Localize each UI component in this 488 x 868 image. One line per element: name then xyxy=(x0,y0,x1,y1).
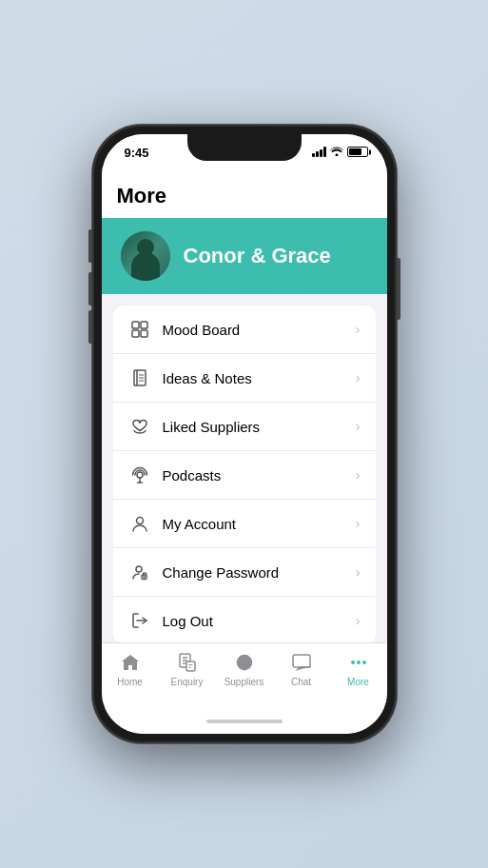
menu-item-my-account[interactable]: My Account › xyxy=(113,500,376,548)
svg-rect-26 xyxy=(293,655,310,667)
menu-item-change-password[interactable]: Change Password › xyxy=(113,548,376,597)
svg-rect-1 xyxy=(141,322,147,328)
home-icon xyxy=(119,651,142,674)
tab-suppliers[interactable]: Suppliers xyxy=(216,651,273,687)
profile-name: Conor & Grace xyxy=(184,244,331,268)
wifi-icon xyxy=(330,146,343,158)
more-tab-label: More xyxy=(347,677,369,687)
page-title: More xyxy=(117,184,372,208)
menu-item-liked-suppliers[interactable]: Liked Suppliers › xyxy=(113,403,376,451)
chevron-icon: › xyxy=(356,467,361,483)
more-dots-icon xyxy=(347,651,370,674)
menu-item-podcasts[interactable]: Podcasts › xyxy=(113,451,376,500)
svg-point-9 xyxy=(137,472,143,478)
heart-hand-icon xyxy=(128,415,151,438)
suppliers-tab-label: Suppliers xyxy=(224,677,264,687)
svg-rect-3 xyxy=(141,330,147,337)
log-out-label: Log Out xyxy=(163,613,356,629)
svg-point-13 xyxy=(136,566,142,572)
tab-home[interactable]: Home xyxy=(102,651,159,687)
phone-frame: 9:45 More xyxy=(92,125,397,743)
podcast-icon xyxy=(128,464,151,486)
menu-item-mood-board[interactable]: Mood Board › xyxy=(113,306,376,354)
svg-point-15 xyxy=(144,577,145,578)
svg-rect-21 xyxy=(186,661,195,671)
suppliers-icon xyxy=(233,651,256,674)
home-indicator xyxy=(102,709,387,734)
svg-rect-0 xyxy=(132,322,139,328)
page-header: More xyxy=(102,176,387,218)
phone-screen: 9:45 More xyxy=(102,134,387,734)
logout-icon xyxy=(128,609,151,632)
battery-icon xyxy=(347,147,368,157)
notebook-icon xyxy=(128,366,151,389)
chevron-icon: › xyxy=(356,516,361,531)
chat-icon xyxy=(290,651,313,674)
enquiry-tab-label: Enquiry xyxy=(171,677,204,687)
ideas-notes-label: Ideas & Notes xyxy=(163,370,356,386)
person-lock-icon xyxy=(128,561,151,583)
status-icons xyxy=(312,146,368,158)
svg-point-12 xyxy=(136,518,143,524)
liked-suppliers-label: Liked Suppliers xyxy=(163,419,356,435)
avatar-image xyxy=(121,231,170,281)
grid-icon xyxy=(128,318,151,341)
chevron-icon: › xyxy=(356,419,361,434)
content-area: Conor & Grace Mood Board › xyxy=(102,218,387,642)
menu-section: Mood Board › Ideas & Notes xyxy=(113,306,376,642)
signal-icon xyxy=(312,147,326,157)
home-tab-label: Home xyxy=(117,677,143,687)
person-icon xyxy=(128,512,151,535)
menu-item-log-out[interactable]: Log Out › xyxy=(113,597,376,642)
mood-board-label: Mood Board xyxy=(163,322,356,338)
notch xyxy=(187,134,302,161)
profile-banner: Conor & Grace xyxy=(102,218,387,294)
change-password-label: Change Password xyxy=(163,564,356,581)
chevron-icon: › xyxy=(356,322,361,337)
tab-chat[interactable]: Chat xyxy=(273,651,330,687)
svg-rect-2 xyxy=(132,330,139,337)
tab-enquiry[interactable]: Enquiry xyxy=(159,651,216,687)
chevron-icon: › xyxy=(356,370,361,385)
my-account-label: My Account xyxy=(163,516,356,532)
chevron-icon: › xyxy=(356,564,361,580)
tab-bar: Home Enquiry xyxy=(102,642,387,709)
chevron-icon: › xyxy=(356,613,361,628)
menu-item-ideas-notes[interactable]: Ideas & Notes › xyxy=(113,354,376,403)
tab-more[interactable]: More xyxy=(330,651,387,687)
enquiry-icon xyxy=(176,651,199,674)
avatar xyxy=(121,231,170,281)
status-bar: 9:45 xyxy=(102,134,387,176)
status-time: 9:45 xyxy=(125,146,149,160)
podcasts-label: Podcasts xyxy=(163,467,356,483)
chat-tab-label: Chat xyxy=(291,677,311,687)
